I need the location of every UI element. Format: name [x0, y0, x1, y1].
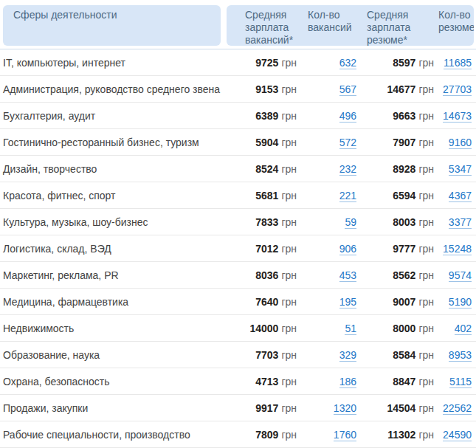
- vacancy-salary-cell: 8524грн: [230, 163, 304, 175]
- sphere-name: Администрация, руководство среднего звен…: [0, 83, 230, 95]
- vacancy-count-link[interactable]: 1320: [334, 402, 356, 415]
- resume-salary-value: 6594: [393, 190, 415, 201]
- vacancy-count-link[interactable]: 1760: [334, 429, 356, 441]
- resume-salary-cell: 7907грн: [361, 137, 435, 148]
- table-row: Маркетинг, реклама, PR 8036грн 453 8562г…: [0, 262, 476, 289]
- table-row: Продажи, закупки 9917грн 1320 14504грн 2…: [0, 395, 476, 421]
- vacancy-count-link[interactable]: 59: [345, 216, 356, 229]
- sphere-name: Охрана, безопасность: [0, 376, 230, 387]
- vacancy-count-cell: 195: [304, 296, 361, 308]
- resume-salary-value: 8584: [393, 349, 415, 361]
- column-header-spheres: Сферы деятельности: [3, 5, 221, 46]
- currency-label: грн: [418, 216, 434, 228]
- vacancy-salary-cell: 4713грн: [230, 376, 304, 387]
- vacancy-count-link[interactable]: 567: [339, 83, 356, 96]
- vacancy-count-link[interactable]: 221: [339, 190, 356, 202]
- vacancy-count-link[interactable]: 329: [339, 349, 356, 362]
- currency-label: грн: [418, 402, 434, 414]
- resume-count-link[interactable]: 5115: [449, 376, 472, 388]
- table-row: Медицина, фармацевтика 7640грн 195 9007г…: [0, 289, 476, 315]
- currency-label: грн: [281, 83, 297, 95]
- sphere-name: Продажи, закупки: [0, 402, 230, 414]
- vacancy-count-link[interactable]: 906: [339, 243, 356, 255]
- resume-count-link[interactable]: 9160: [449, 137, 472, 149]
- vacancy-count-cell: 567: [304, 83, 361, 95]
- currency-label: грн: [281, 296, 297, 308]
- table-row: Недвижимость 14000грн 51 8000грн 402: [0, 315, 476, 342]
- resume-salary-cell: 9007грн: [361, 296, 435, 308]
- resume-count-link[interactable]: 24590: [443, 429, 472, 441]
- resume-salary-value: 8003: [393, 216, 415, 228]
- resume-salary-cell: 6594грн: [361, 190, 435, 201]
- resume-salary-cell: 8584грн: [361, 349, 435, 361]
- resume-salary-cell: 8928грн: [361, 163, 435, 175]
- resume-count-link[interactable]: 22562: [443, 402, 472, 415]
- vacancy-salary-value: 5681: [255, 190, 278, 201]
- resume-count-link[interactable]: 11685: [444, 57, 472, 69]
- vacancy-count-cell: 221: [304, 190, 361, 201]
- vacancy-count-cell: 186: [304, 376, 361, 387]
- resume-count-link[interactable]: 4367: [449, 190, 472, 202]
- vacancy-count-link[interactable]: 232: [339, 163, 356, 176]
- table-body: IT, компьютеры, интернет 9725грн 632 859…: [0, 49, 476, 448]
- vacancy-salary-cell: 9153грн: [230, 83, 304, 95]
- column-header-vacancy-salary: Средняя зарплата вакансий*: [227, 5, 304, 46]
- table-row: Культура, музыка, шоу-бизнес 7833грн 59 …: [0, 209, 476, 235]
- resume-salary-value: 8847: [393, 376, 415, 387]
- sphere-name: Медицина, фармацевтика: [0, 296, 230, 308]
- resume-count-cell: 8953: [435, 349, 476, 361]
- currency-label: грн: [418, 269, 434, 281]
- resume-count-link[interactable]: 14673: [443, 110, 472, 123]
- table-row: Красота, фитнес, спорт 5681грн 221 6594г…: [0, 182, 476, 209]
- vacancy-count-link[interactable]: 632: [339, 57, 356, 69]
- resume-count-link[interactable]: 27703: [443, 83, 472, 96]
- column-header-resume-salary: Средняя зарплата резюме*: [361, 5, 435, 46]
- resume-count-link[interactable]: 9574: [449, 269, 472, 282]
- resume-salary-cell: 14677грн: [361, 83, 435, 95]
- resume-count-link[interactable]: 5347: [449, 163, 472, 176]
- currency-label: грн: [418, 83, 434, 95]
- vacancy-salary-cell: 8036грн: [230, 269, 304, 281]
- vacancy-count-link[interactable]: 496: [339, 110, 356, 123]
- currency-label: грн: [418, 323, 434, 334]
- vacancy-count-link[interactable]: 572: [339, 137, 356, 149]
- vacancy-salary-value: 7809: [255, 429, 278, 441]
- vacancy-count-cell: 632: [304, 57, 361, 69]
- resume-count-link[interactable]: 15248: [443, 243, 472, 255]
- vacancy-salary-cell: 7012грн: [230, 243, 304, 255]
- currency-label: грн: [418, 137, 434, 148]
- resume-count-cell: 5115: [435, 376, 476, 387]
- resume-count-cell: 14673: [435, 110, 476, 122]
- resume-count-cell: 5347: [435, 163, 476, 175]
- vacancy-count-cell: 1320: [304, 402, 361, 414]
- vacancy-count-link[interactable]: 186: [339, 376, 356, 388]
- vacancy-salary-cell: 6389грн: [230, 110, 304, 122]
- vacancy-salary-cell: 7640грн: [230, 296, 304, 308]
- currency-label: грн: [418, 163, 434, 175]
- column-header-vacancy-count: Кол-во вакансий: [304, 5, 361, 46]
- vacancy-count-cell: 572: [304, 137, 361, 148]
- vacancy-count-cell: 1760: [304, 429, 361, 441]
- resume-count-link[interactable]: 8953: [449, 349, 472, 362]
- resume-count-link[interactable]: 402: [455, 323, 472, 335]
- vacancy-count-link[interactable]: 453: [339, 269, 356, 282]
- vacancy-count-cell: 453: [304, 269, 361, 281]
- vacancy-salary-cell: 7703грн: [230, 349, 304, 361]
- vacancy-count-cell: 232: [304, 163, 361, 175]
- currency-label: грн: [281, 57, 297, 69]
- table-row: Рабочие специальности, производство 7809…: [0, 421, 476, 448]
- sphere-name: Логистика, склад, ВЭД: [0, 243, 230, 255]
- resume-salary-value: 9777: [393, 243, 415, 255]
- vacancy-salary-value: 7012: [255, 243, 278, 255]
- vacancy-salary-cell: 7809грн: [230, 429, 304, 441]
- vacancy-count-link[interactable]: 51: [345, 323, 356, 335]
- resume-count-link[interactable]: 5190: [449, 296, 472, 309]
- currency-label: грн: [281, 429, 297, 441]
- vacancy-count-link[interactable]: 195: [339, 296, 356, 309]
- sphere-name: Рабочие специальности, производство: [0, 429, 230, 441]
- resume-count-cell: 9160: [435, 137, 476, 148]
- resume-salary-value: 8000: [393, 323, 415, 334]
- currency-label: грн: [281, 110, 297, 122]
- resume-count-link[interactable]: 3377: [449, 216, 472, 229]
- vacancy-salary-value: 9725: [255, 57, 278, 69]
